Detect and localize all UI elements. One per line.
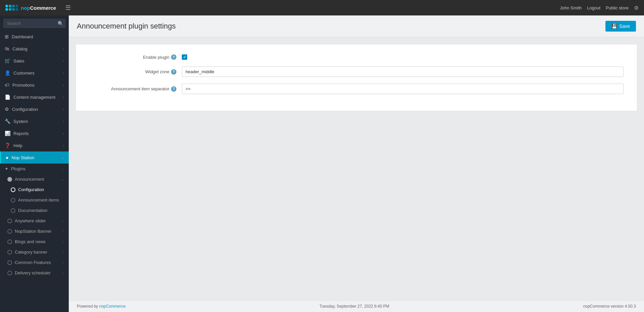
settings-icon[interactable]: ⚙ — [634, 5, 639, 11]
sidebar-sub-plugins[interactable]: ✦ Plugins ⌄ — [0, 164, 69, 174]
sidebar-item-label: Content management — [13, 95, 55, 100]
chevron-icon: ‹ — [63, 240, 64, 244]
circle-icon — [7, 271, 12, 275]
plugins-icon: ✦ — [5, 166, 8, 171]
content-body: Enable plugin ? Widget zone ? — [69, 37, 644, 300]
page-footer: Powered by nopCommerce Tuesday, Septembe… — [69, 300, 644, 312]
logout-link[interactable]: Logout — [587, 5, 600, 10]
public-store-link[interactable]: Public store — [606, 5, 629, 10]
sidebar-sub-label: Announcement items — [18, 197, 59, 203]
sidebar-sub-label: Plugins — [11, 166, 25, 171]
sidebar-item-promotions[interactable]: 🏷 Promotions ‹ — [0, 79, 69, 91]
sidebar-item-label: Help — [13, 143, 22, 148]
sidebar-sub-label: Category banner — [15, 250, 47, 255]
chevron-icon: ‹ — [63, 250, 64, 254]
user-name: John Smith — [560, 5, 582, 10]
sidebar-item-catalog[interactable]: 🛍 Catalog ‹ — [0, 43, 69, 55]
sidebar-item-label: Catalog — [12, 46, 28, 51]
top-nav-right: John Smith Logout Public store ⚙ — [560, 5, 639, 11]
enable-plugin-help-icon[interactable]: ? — [171, 54, 176, 60]
circle-icon — [7, 250, 12, 255]
sidebar-item-label: Dashboard — [12, 34, 33, 39]
separator-value — [182, 84, 624, 94]
sidebar-sub-nopstation-banner[interactable]: NopStation Banner ‹ — [0, 226, 69, 236]
sidebar-item-system[interactable]: 🔧 System ‹ — [0, 115, 69, 127]
enable-plugin-row: Enable plugin ? — [89, 54, 624, 60]
content-area: Announcement plugin settings 💾 Save Enab… — [69, 15, 644, 312]
top-nav: nopCommerce ☰ John Smith Logout Public s… — [0, 0, 644, 15]
sidebar-sub-label: Announcement — [15, 177, 44, 182]
sidebar-sub-delivery-scheduler[interactable]: Delivery scheduler ‹ — [0, 268, 69, 278]
sidebar-sub-anywhere-slider[interactable]: Anywhere slider ‹ — [0, 216, 69, 226]
sidebar-item-customers[interactable]: 👤 Customers ‹ — [0, 67, 69, 79]
sales-icon: 🛒 — [5, 58, 10, 63]
circle-icon — [7, 219, 12, 223]
search-icon-button[interactable]: 🔍 — [58, 21, 63, 26]
separator-input[interactable] — [182, 84, 624, 94]
save-button[interactable]: 💾 Save — [605, 21, 636, 32]
search-input[interactable] — [3, 19, 65, 28]
sidebar-item-reports[interactable]: 📊 Reports ‹ — [0, 127, 69, 139]
customers-icon: 👤 — [5, 70, 10, 76]
circle-icon — [7, 177, 12, 182]
enable-plugin-value — [182, 54, 624, 60]
footer-datetime: Tuesday, September 27, 2022 6:40 PM — [319, 304, 389, 309]
promotions-icon: 🏷 — [5, 82, 9, 88]
widget-zone-value — [182, 66, 624, 77]
chevron-icon: ‹ — [63, 229, 64, 233]
widget-zone-input[interactable] — [182, 66, 624, 77]
page-title: Announcement plugin settings — [77, 22, 176, 31]
sidebar-sub-configuration[interactable]: Configuration — [0, 184, 69, 195]
chevron-icon: ‹ — [63, 71, 64, 75]
sidebar-item-label: Nop Station — [11, 155, 34, 160]
chevron-down-icon: ⌄ — [61, 155, 64, 160]
sidebar-sub-announcement-items[interactable]: Announcement items — [0, 195, 69, 205]
widget-zone-help-icon[interactable]: ? — [171, 69, 176, 75]
sidebar-item-configuration[interactable]: ⚙ Configuration ‹ — [0, 103, 69, 115]
catalog-icon: 🛍 — [5, 46, 9, 51]
circle-icon — [7, 260, 12, 265]
chevron-icon: ‹ — [63, 47, 64, 51]
sidebar-sub-label: Anywhere slider — [15, 218, 46, 223]
chevron-icon: ‹ — [63, 219, 64, 223]
sidebar-item-label: Configuration — [12, 107, 38, 112]
chevron-icon: ‹ — [63, 143, 64, 147]
sidebar-item-sales[interactable]: 🛒 Sales ‹ — [0, 55, 69, 67]
sidebar-sub-label: NopStation Banner — [15, 229, 52, 234]
widget-zone-label: Widget zone ? — [89, 69, 176, 75]
sidebar-sub-announcement[interactable]: Announcement ⌄ — [0, 174, 69, 184]
sidebar-item-label: Promotions — [12, 83, 35, 88]
chevron-icon: ‹ — [63, 107, 64, 111]
enable-plugin-label: Enable plugin ? — [89, 54, 176, 60]
circle-icon — [7, 239, 12, 244]
sidebar-sub-label: Documentation — [18, 208, 47, 213]
sidebar-item-label: System — [13, 119, 28, 124]
circle-icon — [11, 187, 15, 192]
logo: nopCommerce — [5, 5, 56, 11]
sidebar-item-label: Sales — [13, 58, 24, 63]
sidebar-item-content[interactable]: 📄 Content management ‹ — [0, 91, 69, 103]
page-header: Announcement plugin settings 💾 Save — [69, 15, 644, 37]
sidebar-item-help[interactable]: ❓ Help ‹ — [0, 139, 69, 151]
footer-version: nopCommerce version 4.50.3 — [583, 304, 636, 309]
sidebar-sub-documentation[interactable]: Documentation — [0, 205, 69, 216]
chevron-icon: ‹ — [63, 271, 64, 275]
enable-plugin-checkbox[interactable] — [182, 54, 187, 60]
separator-help-icon[interactable]: ? — [171, 86, 176, 92]
main-layout: 🔍 ⊞ Dashboard 🛍 Catalog ‹ 🛒 Sales ‹ 👤 Cu… — [0, 15, 644, 312]
sidebar-item-dashboard[interactable]: ⊞ Dashboard — [0, 31, 69, 43]
nopcommerce-link[interactable]: nopCommerce — [99, 304, 126, 309]
separator-label: Announcement item separator ? — [89, 86, 176, 92]
sidebar-sub-category-banner[interactable]: Category banner ‹ — [0, 247, 69, 257]
circle-icon — [11, 208, 15, 213]
sidebar: 🔍 ⊞ Dashboard 🛍 Catalog ‹ 🛒 Sales ‹ 👤 Cu… — [0, 15, 69, 312]
widget-zone-row: Widget zone ? — [89, 66, 624, 77]
chevron-down-icon: ⌄ — [61, 177, 64, 181]
hamburger-button[interactable]: ☰ — [63, 3, 73, 13]
chevron-down-icon: ⌄ — [61, 167, 64, 171]
chevron-icon: ‹ — [63, 119, 64, 123]
sidebar-item-nopstation[interactable]: ● Nop Station ⌄ — [0, 151, 69, 164]
save-icon: 💾 — [611, 24, 617, 29]
sidebar-sub-blogs-and-news[interactable]: Blogs and news ‹ — [0, 236, 69, 247]
sidebar-sub-common-features[interactable]: Common Features ‹ — [0, 257, 69, 268]
